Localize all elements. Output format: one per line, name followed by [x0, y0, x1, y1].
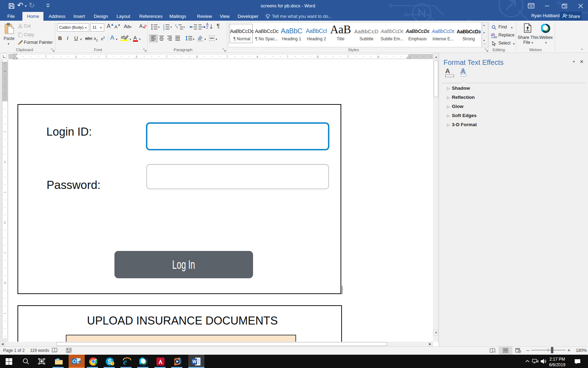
svg-text:2: 2 — [4, 220, 6, 224]
svg-text:3: 3 — [196, 55, 198, 59]
svg-text:2: 2 — [135, 55, 137, 59]
svg-text:b: b — [176, 26, 178, 28]
svg-text:4: 4 — [257, 55, 258, 59]
svg-text:1: 1 — [4, 160, 6, 164]
svg-text:3: 3 — [163, 28, 164, 30]
svg-text:W: W — [192, 359, 197, 364]
svg-text:6: 6 — [377, 55, 379, 59]
svg-text:5: 5 — [317, 55, 318, 59]
svg-text:1: 1 — [75, 55, 77, 59]
svg-text:3: 3 — [4, 281, 6, 285]
